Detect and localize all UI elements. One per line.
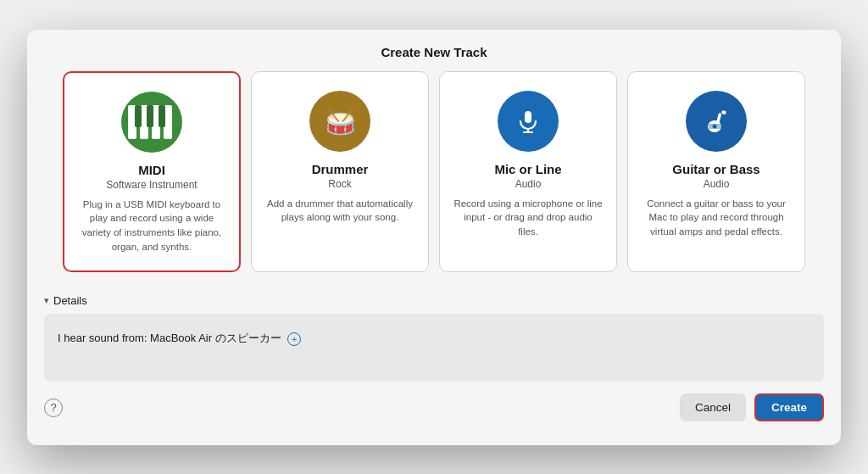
midi-icon	[121, 92, 182, 153]
track-card-guitar[interactable]: Guitar or Bass Audio Connect a guitar or…	[627, 71, 805, 273]
sound-from-label: I hear sound from: MacBook Air のスピーカー	[58, 332, 281, 344]
drummer-icon-circle: 🥁	[309, 91, 370, 152]
details-toggle-label: Details	[53, 294, 87, 307]
svg-rect-12	[721, 110, 726, 114]
guitar-icon	[701, 106, 732, 137]
details-content: I hear sound from: MacBook Air のスピーカー +	[44, 314, 824, 382]
track-card-midi[interactable]: MIDI Software Instrument Plug in a USB M…	[63, 71, 241, 273]
sound-from-text: I hear sound from: MacBook Air のスピーカー +	[58, 331, 810, 346]
guitar-track-desc: Connect a guitar or bass to your Mac to …	[642, 197, 791, 239]
guitar-track-subtype: Audio	[704, 178, 730, 190]
midi-track-name: MIDI	[138, 163, 165, 177]
mic-icon	[513, 106, 543, 137]
midi-icon-circle	[121, 92, 182, 153]
drummer-track-subtype: Rock	[328, 178, 351, 190]
details-chevron-icon: ▾	[44, 295, 49, 306]
footer-buttons: Cancel Create	[680, 393, 824, 421]
mic-icon-circle	[498, 91, 559, 152]
drummer-track-name: Drummer	[312, 162, 369, 176]
details-section: ▾ Details I hear sound from: MacBook Air…	[27, 286, 841, 382]
add-output-icon[interactable]: +	[287, 332, 301, 346]
create-track-dialog: Create New Track MIDI Software Instrumen…	[27, 30, 841, 445]
details-toggle[interactable]: ▾ Details	[44, 294, 824, 307]
drummer-icon: 🥁	[325, 106, 356, 136]
midi-track-desc: Plug in a USB MIDI keyboard to play and …	[78, 198, 225, 254]
mic-track-name: Mic or Line	[494, 162, 561, 176]
drummer-track-desc: Add a drummer that automatically plays a…	[265, 197, 415, 225]
create-button[interactable]: Create	[754, 393, 824, 421]
track-card-drummer[interactable]: 🥁 Drummer Rock Add a drummer that automa…	[251, 71, 429, 273]
guitar-icon-circle	[686, 91, 747, 152]
midi-track-subtype: Software Instrument	[106, 179, 197, 191]
track-card-mic[interactable]: Mic or Line Audio Record using a microph…	[439, 71, 617, 273]
svg-rect-7	[525, 111, 531, 123]
svg-rect-5	[147, 105, 153, 127]
help-button[interactable]: ?	[44, 399, 63, 417]
dialog-footer: ? Cancel Create	[27, 382, 841, 435]
guitar-track-name: Guitar or Bass	[672, 162, 760, 176]
svg-rect-6	[159, 105, 165, 127]
mic-track-desc: Record using a microphone or line input …	[453, 197, 603, 239]
track-options-container: MIDI Software Instrument Plug in a USB M…	[27, 71, 841, 287]
dialog-title: Create New Track	[27, 30, 841, 71]
mic-track-subtype: Audio	[515, 178, 542, 190]
svg-rect-4	[135, 105, 142, 127]
cancel-button[interactable]: Cancel	[680, 393, 746, 421]
